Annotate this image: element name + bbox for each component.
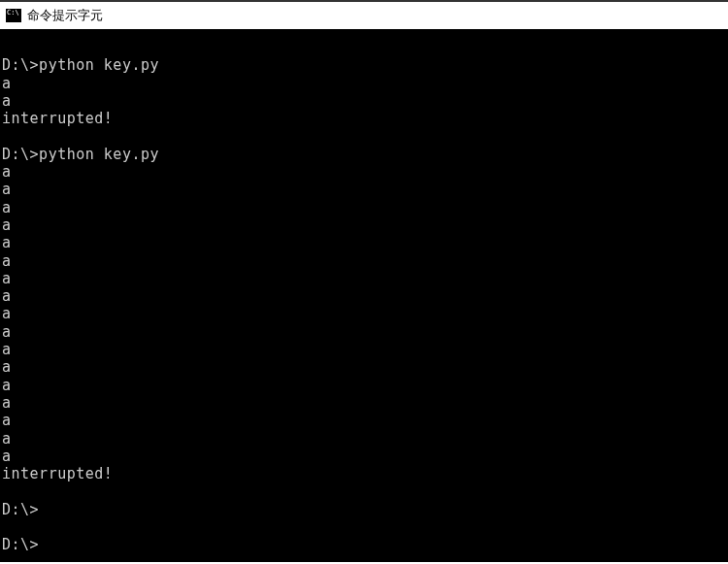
terminal-line: a	[2, 448, 726, 465]
cmd-icon	[6, 9, 21, 22]
window-title: 命令提示字元	[27, 7, 103, 24]
terminal-line: a	[2, 216, 726, 234]
terminal-line: a	[2, 75, 726, 92]
terminal-line: a	[2, 305, 726, 322]
terminal-line: a	[2, 181, 726, 198]
terminal-line: D:\>	[2, 536, 726, 553]
terminal-line: a	[2, 323, 726, 341]
terminal-line: a	[2, 377, 726, 394]
terminal-line: a	[2, 287, 726, 305]
terminal-line: a	[2, 270, 726, 287]
terminal-line: a	[2, 252, 726, 270]
terminal-line: a	[2, 394, 726, 412]
terminal-line: D:\>	[2, 501, 726, 518]
terminal-line	[2, 127, 726, 145]
terminal-line: D:\>python key.py	[2, 56, 726, 74]
terminal-line: interrupted!	[2, 110, 726, 127]
terminal-line: a	[2, 163, 726, 181]
window-title-bar[interactable]: 命令提示字元	[0, 0, 728, 29]
terminal-line: a	[2, 199, 726, 216]
terminal-line: a	[2, 92, 726, 110]
terminal-line	[2, 482, 726, 500]
terminal-line	[2, 518, 726, 536]
terminal-line: a	[2, 234, 726, 251]
terminal-line: interrupted!	[2, 465, 726, 482]
terminal-line: a	[2, 412, 726, 429]
terminal-line: a	[2, 358, 726, 376]
terminal-line: a	[2, 430, 726, 448]
terminal-line: a	[2, 341, 726, 358]
terminal-line: D:\>python key.py	[2, 146, 726, 163]
terminal-output[interactable]: D:\>python key.pyaainterrupted!D:\>pytho…	[0, 29, 728, 562]
terminal-line	[2, 39, 726, 56]
